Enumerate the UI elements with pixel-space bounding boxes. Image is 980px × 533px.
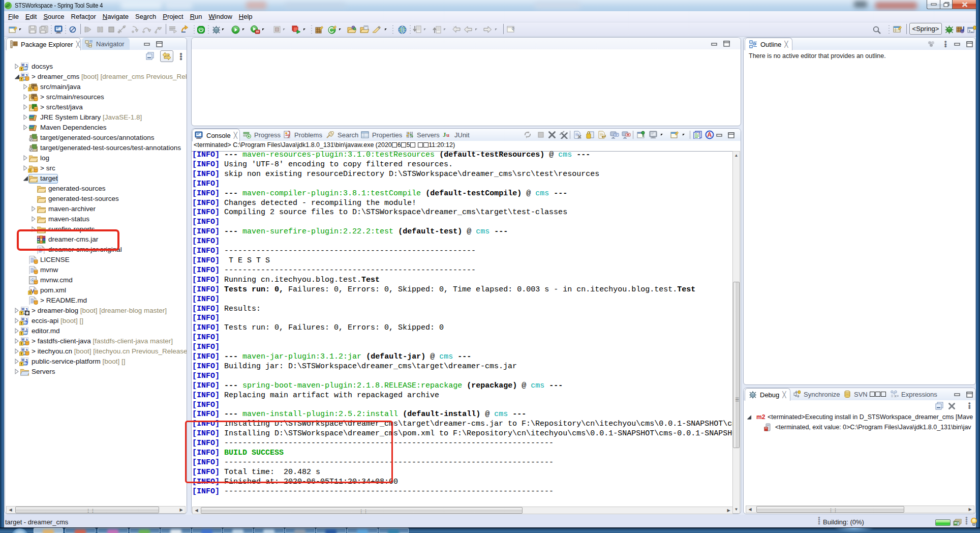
svg-text:J: J bbox=[443, 131, 446, 138]
svg-text:x=: x= bbox=[894, 394, 899, 398]
svg-text:u: u bbox=[446, 132, 449, 138]
svg-text:A: A bbox=[708, 131, 712, 138]
